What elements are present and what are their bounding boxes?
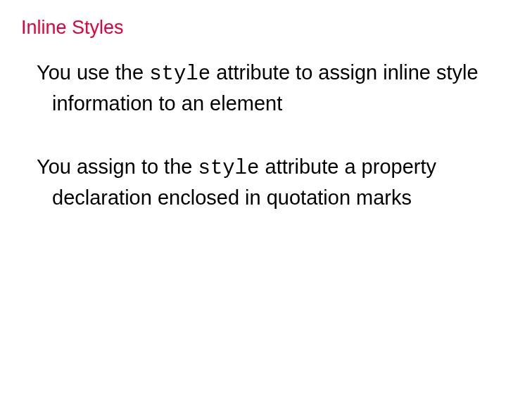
para1-pre: You use the <box>37 61 149 84</box>
para2-pre: You assign to the <box>37 155 198 178</box>
para2-code: style <box>198 157 260 180</box>
paragraph-1: You use the style attribute to assign in… <box>37 58 490 117</box>
para1-code: style <box>149 63 210 86</box>
paragraph-2: You assign to the style attribute a prop… <box>37 153 490 212</box>
slide-title: Inline Styles <box>21 17 511 39</box>
